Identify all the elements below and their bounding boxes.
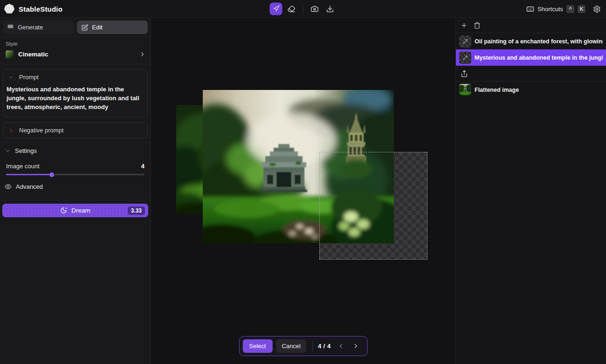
style-selector[interactable]: Cinematic (6, 50, 145, 58)
layer-thumbnail (459, 52, 471, 64)
brand: StableStudio (4, 0, 62, 18)
layers-header (456, 18, 606, 33)
image-count-row: Image count 4 (0, 155, 151, 170)
tab-generate-label: Generate (18, 24, 43, 31)
gear-icon (593, 5, 601, 13)
previous-result-button[interactable] (336, 341, 347, 352)
settings-button[interactable] (593, 5, 601, 13)
top-bar: StableStudio (0, 0, 606, 18)
prompt-label: Prompt (19, 74, 39, 81)
download-tool-button[interactable] (324, 2, 337, 15)
add-layer-button[interactable] (461, 22, 468, 29)
canvas-image-layer-front[interactable] (203, 90, 394, 243)
wand-icon (462, 38, 468, 45)
image-count-label: Image count (6, 163, 40, 170)
pointer-icon (272, 5, 280, 13)
chevron-left-icon (337, 343, 344, 350)
layer-label: Oil painting of a enchanted forest, with… (475, 38, 603, 45)
dream-cost-badge: 3.33 (128, 206, 145, 215)
select-button[interactable]: Select (242, 339, 272, 353)
canvas-toolbar (269, 2, 338, 15)
moon-star-icon (60, 207, 67, 214)
page-indicator: 4 / 4 (318, 343, 331, 350)
negative-prompt-card: Negative prompt (3, 122, 148, 138)
download-icon (326, 5, 334, 13)
image-count-value: 4 (141, 163, 145, 170)
tab-generate[interactable]: Generate (3, 21, 74, 34)
chevron-down-icon (5, 148, 11, 154)
eye-icon (5, 183, 12, 190)
divider (0, 200, 151, 200)
app-title: StableStudio (19, 5, 62, 13)
layer-thumbnail (459, 35, 471, 48)
mode-tabs: Generate Edit (0, 18, 151, 37)
layer-label: Flattened image (475, 87, 519, 93)
layer-row-flattened[interactable]: Flattened image (456, 82, 606, 98)
keyboard-icon (526, 5, 534, 13)
chevron-right-icon (139, 51, 146, 58)
chevron-right-icon (352, 343, 359, 350)
camera-icon (311, 5, 319, 13)
layers-panel: Oil painting of a enchanted forest, with… (455, 18, 606, 364)
dream-button[interactable]: Dream 3.33 (2, 204, 148, 217)
prompt-textarea[interactable]: Mysterious and abandoned temple in the j… (3, 81, 147, 117)
eraser-tool-button[interactable] (285, 2, 298, 15)
app-logo-icon (4, 4, 14, 14)
image-count-slider-thumb[interactable] (49, 172, 54, 177)
next-result-button[interactable] (351, 341, 362, 352)
negative-prompt-header[interactable]: Negative prompt (3, 123, 147, 138)
image-count-slider[interactable] (6, 174, 145, 175)
cancel-button[interactable]: Cancel (276, 339, 306, 353)
snapshot-tool-button[interactable] (309, 2, 321, 15)
shortcut-key-k: K (578, 5, 585, 13)
pointer-tool-button[interactable] (270, 2, 282, 15)
chevron-right-icon (8, 128, 14, 133)
generation-panel: Generate Edit Style Cinematic (0, 18, 151, 364)
image-count-slider-fill (6, 174, 52, 175)
chevron-down-icon (8, 75, 14, 80)
layer-row-prompt-2[interactable]: Mysterious and abandoned temple in the j… (456, 49, 606, 66)
tab-edit[interactable]: Edit (77, 21, 148, 34)
layer-label: Mysterious and abandoned temple in the j… (475, 55, 603, 61)
settings-header[interactable]: Settings (0, 143, 151, 155)
shortcuts-label: Shortcuts (537, 6, 563, 13)
delete-layer-button[interactable] (474, 22, 481, 29)
topbar-right: Shortcuts ^ K (526, 0, 601, 18)
dream-button-label: Dream (71, 207, 90, 214)
shortcuts-button[interactable]: Shortcuts ^ K (526, 5, 585, 13)
negative-prompt-label: Negative prompt (19, 127, 63, 134)
pencil-square-icon (82, 24, 88, 31)
toolbar-divider (303, 5, 303, 13)
prompt-header[interactable]: Prompt (3, 69, 147, 81)
advanced-label: Advanced (16, 183, 43, 190)
selection-action-bar: Select Cancel 4 / 4 (239, 336, 367, 356)
plus-icon (461, 22, 468, 29)
tab-edit-label: Edit (92, 24, 103, 31)
grid-icon (7, 24, 14, 30)
editor-canvas[interactable]: Select Cancel 4 / 4 (151, 18, 455, 364)
style-section: Style Cinematic (0, 37, 151, 64)
style-value: Cinematic (18, 51, 48, 58)
trash-icon (474, 22, 481, 29)
eraser-icon (288, 5, 296, 13)
layer-thumbnail (459, 84, 471, 96)
shortcut-key-ctrl: ^ (566, 5, 574, 13)
style-thumbnail (6, 50, 14, 58)
prompt-card: Prompt Mysterious and abandoned temple i… (3, 69, 148, 117)
style-label: Style (6, 41, 145, 47)
settings-label: Settings (15, 147, 37, 154)
layer-row-prompt-1[interactable]: Oil painting of a enchanted forest, with… (456, 33, 606, 49)
upload-icon (461, 70, 468, 77)
advanced-toggle[interactable]: Advanced (0, 175, 151, 196)
divider (312, 341, 313, 351)
upload-image-button[interactable] (456, 66, 606, 82)
wand-icon (462, 55, 468, 61)
